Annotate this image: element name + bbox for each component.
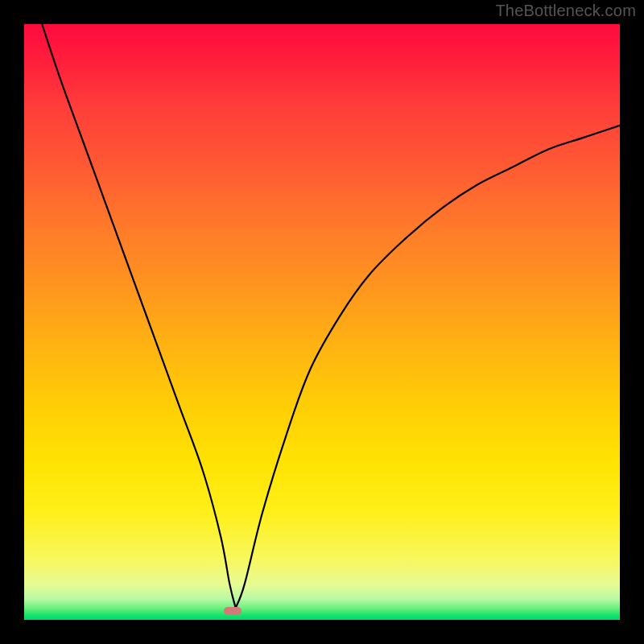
plot-area [24, 24, 620, 620]
watermark-text: TheBottleneck.com [495, 2, 636, 20]
optimal-marker [224, 607, 242, 615]
chart-frame: TheBottleneck.com [0, 0, 644, 644]
curve-path [42, 24, 620, 608]
bottleneck-curve [24, 24, 620, 620]
